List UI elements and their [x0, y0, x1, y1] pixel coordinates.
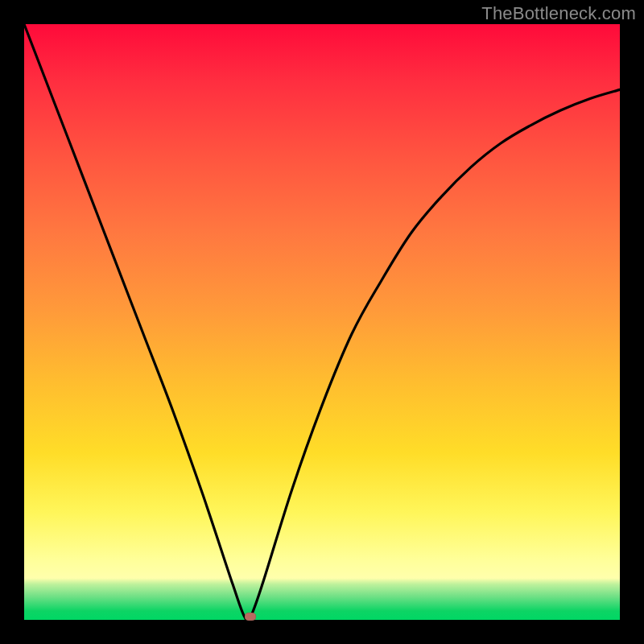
optimum-marker [245, 613, 256, 621]
curve-path [24, 24, 620, 621]
bottleneck-curve [24, 24, 620, 620]
watermark-text: TheBottleneck.com [481, 3, 636, 24]
chart-frame: TheBottleneck.com [0, 0, 644, 644]
